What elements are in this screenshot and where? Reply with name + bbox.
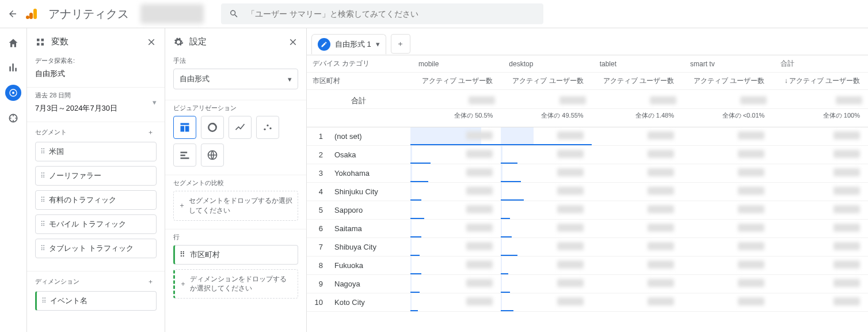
row-index: 5 — [307, 201, 330, 220]
explore-name-input[interactable]: 自由形式 — [35, 69, 157, 79]
search-box[interactable] — [221, 3, 543, 24]
cell-value — [592, 238, 682, 256]
table-row[interactable]: 10Koto City — [307, 293, 868, 312]
row-city: Shibuya City — [330, 238, 410, 256]
cell-value — [772, 127, 868, 146]
row-index: 4 — [307, 183, 330, 201]
row-city: Nagoya — [330, 275, 410, 293]
segment-dropzone[interactable]: ＋ セグメントをドロップするか選択してください — [173, 191, 298, 221]
technique-select[interactable]: 自由形式 ▾ — [173, 69, 298, 89]
segment-chip[interactable]: ⠿モバイル トラフィック — [35, 214, 157, 234]
variables-title: 変数 — [51, 36, 140, 47]
grip-icon: ⠿ — [40, 172, 44, 180]
cell-value — [772, 256, 868, 275]
grip-icon: ⠿ — [40, 220, 44, 228]
cell-value — [682, 146, 772, 164]
row-index: 6 — [307, 220, 330, 238]
segment-chip[interactable]: ⠿有料のトラフィック — [35, 190, 157, 210]
rows-dropzone[interactable]: ＋ ディメンションをドロップするか選択してください — [173, 269, 298, 299]
line-chart-icon — [234, 122, 246, 133]
viz-line-button[interactable] — [229, 116, 252, 139]
table-row[interactable]: 5Sapporo — [307, 201, 868, 220]
segments-label: セグメント — [35, 128, 67, 137]
col-total[interactable]: 合計 — [772, 55, 868, 73]
settings-title: 設定 — [189, 36, 282, 47]
col-smarttv[interactable]: smart tv — [682, 55, 772, 73]
segment-chip[interactable]: ⠿ノーリファラー — [35, 166, 157, 186]
row-chip-city[interactable]: ⠿ 市区町村 — [173, 245, 298, 265]
segment-chip[interactable]: ⠿タブレット トラフィック — [35, 239, 157, 258]
cell-value — [592, 183, 682, 201]
add-tab-button[interactable]: ＋ — [391, 34, 410, 54]
total-mobile — [469, 96, 495, 104]
viz-donut-button[interactable] — [201, 116, 224, 139]
svg-point-2 — [26, 16, 29, 19]
table-row[interactable]: 3Yokohama — [307, 164, 868, 183]
main: 変数 データ探索名: 自由形式 過去 28 日間 7月3日～2024年7月30日… — [0, 28, 868, 332]
metric-total[interactable]: ↓アクティブ ユーザー数 — [772, 73, 868, 90]
property-selector[interactable] — [140, 4, 204, 24]
col-desktop[interactable]: desktop — [501, 55, 591, 73]
table-row[interactable]: 4Shinjuku City — [307, 183, 868, 201]
cell-value — [682, 201, 772, 220]
cell-value — [592, 146, 682, 164]
dimension-header: デバイス カテゴリ — [307, 55, 410, 73]
dimension-chip[interactable]: ⠿イベント名 — [35, 291, 157, 311]
total-desktop — [559, 96, 586, 104]
svg-rect-0 — [33, 9, 37, 19]
back-button[interactable] — [6, 7, 20, 21]
pct-smarttv: 全体の <0.01% — [682, 109, 772, 127]
cell-value — [772, 293, 868, 312]
metric-tablet[interactable]: アクティブ ユーザー数 — [592, 73, 682, 90]
table-row[interactable]: 7Shibuya City — [307, 238, 868, 256]
data-table: デバイス カテゴリ mobile desktop tablet smart tv… — [307, 55, 868, 332]
date-range-value: 7月3日～2024年7月30日 — [35, 103, 117, 114]
target-icon — [7, 112, 19, 124]
nav-explore[interactable] — [5, 85, 21, 101]
table-row[interactable]: 6Saitama — [307, 220, 868, 238]
viz-geo-button[interactable] — [201, 144, 224, 167]
viz-scatter-button[interactable] — [256, 116, 279, 139]
table-row[interactable]: 1(not set) — [307, 127, 868, 146]
scatter-icon — [262, 122, 273, 133]
tab-freeform-1[interactable]: 自由形式 1 ▾ — [311, 34, 386, 54]
total-all — [836, 96, 862, 104]
nav-reports[interactable] — [6, 61, 20, 74]
cell-value — [501, 201, 591, 220]
metric-mobile[interactable]: アクティブ ユーザー数 — [410, 73, 501, 90]
metric-smarttv[interactable]: アクティブ ユーザー数 — [682, 73, 772, 90]
row-city: Fukuoka — [330, 256, 410, 275]
dimensions-label: ディメンション — [35, 277, 79, 286]
table-row[interactable]: 2Osaka — [307, 146, 868, 164]
table-row[interactable]: 8Fukuoka — [307, 256, 868, 275]
nav-home[interactable] — [6, 36, 20, 50]
close-variables-button[interactable] — [146, 37, 157, 47]
close-icon — [288, 37, 298, 47]
cell-value — [410, 164, 501, 183]
table-row[interactable]: 9Nagoya — [307, 275, 868, 293]
segment-chip[interactable]: ⠿米国 — [35, 142, 157, 161]
add-dimension-button[interactable]: ＋ — [144, 275, 157, 288]
chevron-down-icon[interactable]: ▾ — [376, 40, 380, 48]
explore-icon — [9, 88, 18, 97]
bar-chart-icon — [7, 62, 19, 73]
col-mobile[interactable]: mobile — [410, 55, 501, 73]
total-smarttv — [740, 96, 767, 104]
col-tablet[interactable]: tablet — [592, 55, 682, 73]
cell-value — [410, 146, 501, 164]
nav-advertising[interactable] — [6, 111, 20, 125]
viz-table-button[interactable] — [173, 116, 196, 139]
add-segment-button[interactable]: ＋ — [144, 126, 157, 138]
date-range-label: 過去 28 日間 — [35, 91, 117, 100]
close-settings-button[interactable] — [288, 37, 298, 47]
svg-rect-1 — [29, 13, 33, 19]
topbar: アナリティクス — [0, 0, 868, 28]
date-range-picker[interactable]: 過去 28 日間 7月3日～2024年7月30日 ▾ — [27, 88, 165, 122]
search-input[interactable] — [247, 9, 535, 18]
metric-desktop[interactable]: アクティブ ユーザー数 — [501, 73, 591, 90]
viz-bar-button[interactable] — [173, 144, 196, 167]
cell-value — [592, 127, 682, 146]
table-icon — [179, 122, 191, 133]
cell-value — [592, 256, 682, 275]
cell-value — [501, 256, 591, 275]
